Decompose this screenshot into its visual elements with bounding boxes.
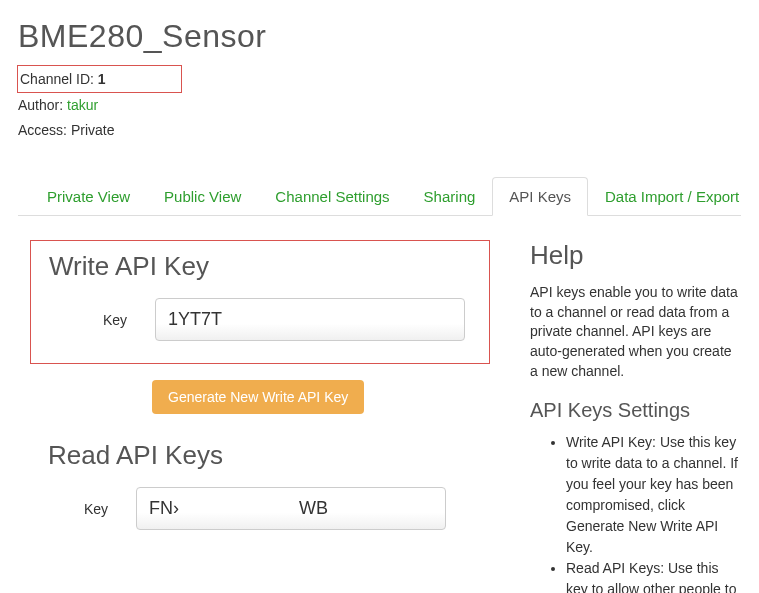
access-label: Access: (18, 122, 71, 138)
read-api-keys-heading: Read API Keys (48, 440, 472, 471)
tab-api-keys[interactable]: API Keys (492, 177, 588, 216)
tab-bar: Private View Public View Channel Setting… (18, 176, 741, 216)
write-key-label: Key (97, 312, 127, 328)
tab-private-view[interactable]: Private View (30, 177, 147, 216)
write-key-input[interactable]: 1YT7T (155, 298, 465, 341)
author-label: Author: (18, 97, 67, 113)
help-intro: API keys enable you to write data to a c… (530, 283, 741, 381)
read-key-label: Key (78, 501, 108, 517)
page-title: BME280_Sensor (18, 18, 741, 55)
channel-meta: Channel ID: 1 Author: takur Access: Priv… (18, 65, 741, 142)
channel-id-label: Channel ID: (20, 71, 98, 87)
help-item-read: Read API Keys: Use this key to allow oth… (566, 558, 741, 593)
author-row: Author: takur (18, 93, 741, 117)
tab-channel-settings[interactable]: Channel Settings (258, 177, 406, 216)
read-key-value-start: FN› (149, 498, 179, 518)
access-row: Access: Private (18, 118, 741, 142)
read-key-input[interactable]: FN›WB (136, 487, 446, 530)
help-heading: Help (530, 240, 741, 271)
write-api-key-highlight: Write API Key Key 1YT7T (30, 240, 490, 364)
generate-write-key-button[interactable]: Generate New Write API Key (152, 380, 364, 414)
help-settings-heading: API Keys Settings (530, 399, 741, 422)
help-list: Write API Key: Use this key to write dat… (530, 432, 741, 593)
access-value: Private (71, 122, 115, 138)
author-link[interactable]: takur (67, 97, 98, 113)
channel-id-value: 1 (98, 71, 106, 87)
channel-id-highlight: Channel ID: 1 (17, 65, 182, 93)
tab-data-import-export[interactable]: Data Import / Export (588, 177, 756, 216)
help-item-write: Write API Key: Use this key to write dat… (566, 432, 741, 558)
tab-sharing[interactable]: Sharing (407, 177, 493, 216)
read-key-value-end: WB (299, 498, 328, 518)
tab-public-view[interactable]: Public View (147, 177, 258, 216)
write-api-key-heading: Write API Key (49, 251, 471, 282)
